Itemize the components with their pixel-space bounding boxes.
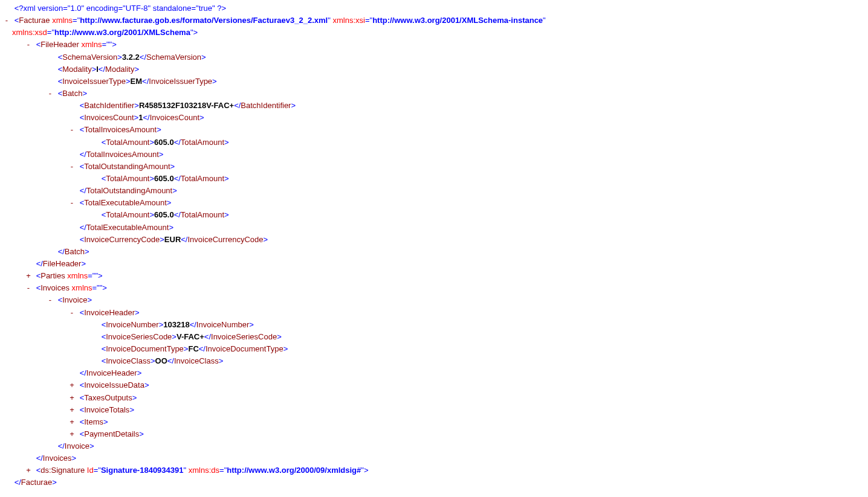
- expand-toggle[interactable]: +: [68, 416, 76, 428]
- modality: - <Modality>I</Modality>: [2, 63, 866, 75]
- invoiceclass: - <InvoiceClass>OO</InvoiceClass>: [2, 355, 866, 367]
- invoiceissuedata-collapsed: + <InvoiceIssueData>: [2, 379, 866, 391]
- expand-toggle[interactable]: +: [24, 464, 33, 476]
- totalamount-executable: - <TotalAmount>605.0</TotalAmount>: [2, 209, 866, 221]
- totaloutstandingamount-open: - <TotalOutstandingAmount>: [2, 161, 866, 173]
- totalexecutableamount-close: - </TotalExecutableAmount>: [2, 222, 866, 234]
- collapse-toggle[interactable]: -: [68, 161, 76, 173]
- taxesoutputs-collapsed: + <TaxesOutputs>: [2, 392, 866, 404]
- totaloutstandingamount-close: - </TotalOutstandingAmount>: [2, 185, 866, 197]
- invoicenumber: - <InvoiceNumber>103218</InvoiceNumber>: [2, 319, 866, 331]
- collapse-toggle[interactable]: -: [46, 88, 54, 100]
- expand-toggle[interactable]: +: [68, 404, 76, 416]
- collapse-toggle[interactable]: -: [68, 124, 76, 136]
- collapse-toggle[interactable]: -: [68, 307, 76, 319]
- expand-toggle[interactable]: +: [24, 270, 33, 282]
- invoices-close: - </Invoices>: [2, 452, 866, 464]
- invoice-open: - <Invoice>: [2, 294, 866, 306]
- root-close: - </Facturae>: [2, 476, 866, 489]
- parties-collapsed: + <Parties xmlns="">: [2, 270, 866, 282]
- paymentdetails-collapsed: + <PaymentDetails>: [2, 428, 866, 440]
- totalinvoicesamount-open: - <TotalInvoicesAmount>: [2, 124, 866, 136]
- invoiceheader-open: - <InvoiceHeader>: [2, 307, 866, 319]
- collapse-toggle[interactable]: -: [68, 197, 76, 209]
- expand-toggle[interactable]: +: [68, 392, 76, 404]
- batch-close: - </Batch>: [2, 246, 866, 258]
- root-open: - <Facturae xmlns="http://www.facturae.g…: [2, 14, 866, 27]
- collapse-toggle[interactable]: -: [2, 14, 11, 27]
- totalamount-outstanding: - <TotalAmount>605.0</TotalAmount>: [2, 173, 866, 185]
- items-collapsed: + <Items>: [2, 416, 866, 428]
- collapse-toggle[interactable]: -: [24, 282, 33, 294]
- batch-open: - <Batch>: [2, 88, 866, 100]
- expand-toggle[interactable]: +: [68, 379, 76, 391]
- totalexecutableamount-open: - <TotalExecutableAmount>: [2, 197, 866, 209]
- fileheader-open: - <FileHeader xmlns="">: [2, 39, 866, 51]
- batchidentifier: - <BatchIdentifier>R4585132F103218V-FAC+…: [2, 100, 866, 112]
- expand-toggle[interactable]: +: [68, 428, 76, 440]
- invoicedocumenttype: - <InvoiceDocumentType>FC</InvoiceDocume…: [2, 343, 866, 355]
- collapse-toggle[interactable]: -: [24, 39, 33, 51]
- invoiceissuertype: - <InvoiceIssuerType>EM</InvoiceIssuerTy…: [2, 75, 866, 88]
- fileheader-close: - </FileHeader>: [2, 258, 866, 270]
- schemaversion: - <SchemaVersion>3.2.2</SchemaVersion>: [2, 51, 866, 63]
- invoiceheader-close: - </InvoiceHeader>: [2, 367, 866, 379]
- invoiceseriescode: - <InvoiceSeriesCode>V-FAC+</InvoiceSeri…: [2, 331, 866, 343]
- invoicescount: - <InvoicesCount>1</InvoicesCount>: [2, 112, 866, 124]
- collapse-toggle[interactable]: -: [46, 294, 54, 306]
- invoices-open: - <Invoices xmlns="">: [2, 282, 866, 294]
- root-open-line2: xmlns:xsd="http://www.w3.org/2001/XMLSch…: [2, 27, 866, 39]
- signature-collapsed: + <ds:Signature Id="Signature-1840934391…: [2, 464, 866, 476]
- invoicetotals-collapsed: + <InvoiceTotals>: [2, 404, 866, 416]
- totalinvoicesamount-close: - </TotalInvoicesAmount>: [2, 149, 866, 161]
- totalamount-invoices: - <TotalAmount>605.0</TotalAmount>: [2, 136, 866, 149]
- invoicecurrencycode: - <InvoiceCurrencyCode>EUR</InvoiceCurre…: [2, 234, 866, 246]
- xml-declaration: - <?xml version="1.0" encoding="UTF-8" s…: [2, 2, 866, 14]
- invoice-close: - </Invoice>: [2, 440, 866, 452]
